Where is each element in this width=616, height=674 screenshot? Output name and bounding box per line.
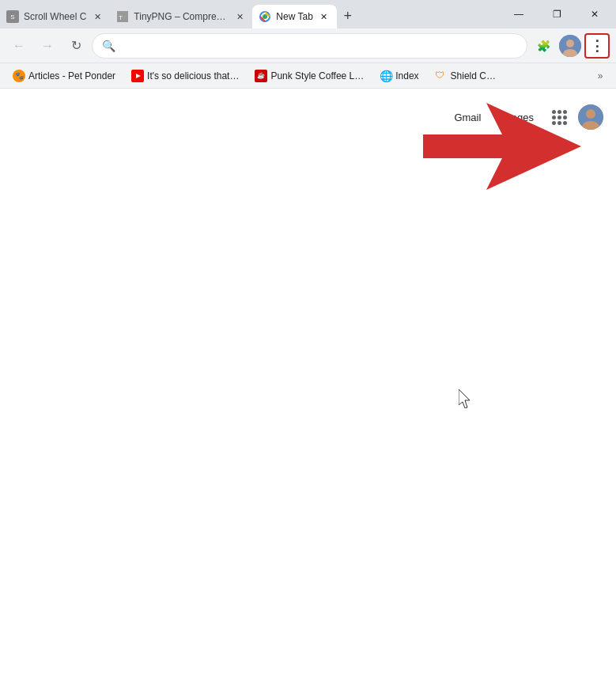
tab-tinypng-title: TinyPNG – Compress Web… [134,11,229,22]
tab-tinypng[interactable]: T TinyPNG – Compress Web… ✕ [110,5,252,28]
chrome-favicon [259,10,271,23]
scroll-wheel-favicon: S [6,10,19,23]
svg-text:T: T [119,14,123,21]
minimize-button[interactable]: — [501,2,537,27]
new-tab-button[interactable]: + [337,5,359,27]
tab-scroll-wheel[interactable]: S Scroll Wheel C ✕ [0,5,110,28]
shield-favicon: 🛡 [435,70,448,82]
bookmark-index-label: Index [395,70,418,81]
extensions-button[interactable]: 🧩 [531,33,556,59]
address-bar[interactable]: 🔍 [92,33,527,59]
more-menu-button[interactable]: ⋮ [584,33,610,59]
svg-point-5 [566,40,574,47]
gmail-link[interactable]: Gmail [448,108,487,127]
bookmark-index[interactable]: 🌐 Index [373,66,425,85]
content-topbar: Gmail Images [0,98,616,136]
toolbar: ← → ↻ 🔍 🧩 ⋮ [0,28,616,63]
bookmark-shield-label: Shield C… [451,70,496,81]
svg-point-9 [586,109,595,119]
grid-dots-icon [552,110,567,125]
bookmark-shield[interactable]: 🛡 Shield C… [429,66,502,85]
bookmarks-more-button[interactable]: » [591,66,610,85]
tab-new-tab[interactable]: New Tab ✕ [252,5,336,28]
back-button[interactable]: ← [6,33,32,59]
mouse-cursor [459,389,474,411]
tinypng-favicon: T [116,10,129,23]
images-link[interactable]: Images [493,108,540,127]
bookmark-punk-style[interactable]: ☕ Punk Style Coffee L… [248,66,370,85]
bookmark-pet-ponder-label: Articles - Pet Ponder [28,70,115,81]
refresh-button[interactable]: ↻ [63,33,89,59]
tab-tinypng-close[interactable]: ✕ [233,10,246,23]
window-controls: — ❐ ✕ [497,0,616,28]
bookmark-delicious-label: It's so delicious that… [147,70,239,81]
svg-marker-12 [459,389,470,408]
maximize-button[interactable]: ❐ [539,2,575,27]
youtube-favicon [131,70,144,82]
user-avatar-content[interactable] [578,104,603,130]
close-window-button[interactable]: ✕ [576,2,613,27]
bookmark-pet-ponder[interactable]: 🐾 Articles - Pet Ponder [6,66,122,85]
tab-new-tab-title: New Tab [276,11,312,22]
forward-button[interactable]: → [35,33,60,59]
punk-style-favicon: ☕ [255,70,267,82]
svg-point-3 [263,14,267,19]
tab-scroll-wheel-title: Scroll Wheel C [24,11,86,22]
tabs-area: S Scroll Wheel C ✕ T TinyPNG – Compress … [0,0,497,28]
globe-favicon: 🌐 [380,70,392,82]
browser-frame: S Scroll Wheel C ✕ T TinyPNG – Compress … [0,0,616,674]
apps-grid-button[interactable] [546,104,572,130]
bookmark-punk-style-label: Punk Style Coffee L… [270,70,364,81]
bookmarks-bar: 🐾 Articles - Pet Ponder It's so deliciou… [0,63,616,89]
content-area: Gmail Images [0,89,616,674]
tab-scroll-wheel-close[interactable]: ✕ [91,10,104,23]
tab-bar: S Scroll Wheel C ✕ T TinyPNG – Compress … [0,0,616,28]
svg-marker-7 [136,74,141,78]
tab-new-tab-close[interactable]: ✕ [318,10,331,23]
profile-avatar[interactable] [559,35,581,57]
ponder-favicon: 🐾 [13,70,25,82]
bookmark-delicious[interactable]: It's so delicious that… [125,66,245,85]
